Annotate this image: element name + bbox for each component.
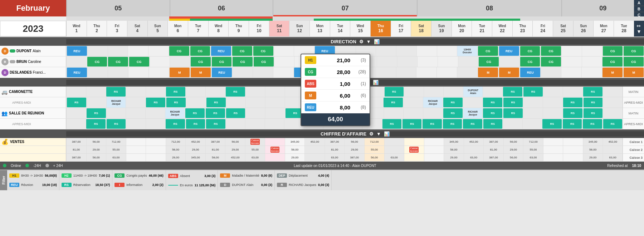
ca-cell[interactable]: 56,00 — [344, 138, 364, 146]
ca-cell[interactable]: 56,00 — [503, 154, 523, 161]
ca-cell[interactable]: 55,00 — [523, 146, 543, 153]
grid-cell[interactable] — [377, 56, 397, 67]
mat-cell[interactable]: RS — [106, 119, 126, 129]
grid-cell[interactable] — [274, 56, 294, 67]
grid-cell[interactable]: CG — [108, 57, 128, 67]
mat-cell[interactable] — [522, 119, 542, 129]
ca-cell[interactable]: 452,00 — [464, 138, 484, 146]
grid-cell[interactable]: M — [169, 68, 190, 77]
mat-cell[interactable]: RS — [186, 119, 205, 129]
grid-cell[interactable]: CG — [190, 46, 210, 56]
ca-cell[interactable]: 56,00 — [225, 138, 245, 146]
grid-cell[interactable]: CG — [232, 46, 252, 56]
mat-cell[interactable] — [424, 87, 443, 97]
grid-cell[interactable] — [273, 67, 293, 78]
grid-cell[interactable]: M — [623, 68, 644, 77]
corner-btn-b[interactable]: B — [634, 6, 644, 12]
mat-cell[interactable] — [126, 87, 146, 97]
mat-cell[interactable] — [245, 87, 265, 97]
ca-cell[interactable] — [543, 138, 563, 146]
ca-cell[interactable] — [126, 138, 146, 146]
ca-cell[interactable]: Caissefermée — [404, 146, 424, 153]
ca-cell[interactable]: 345,00 — [444, 138, 464, 146]
mat-cell[interactable] — [245, 97, 265, 108]
ca-cell[interactable]: 29,00 — [185, 146, 205, 153]
mat-cell[interactable]: RS — [523, 87, 543, 97]
ca-cell[interactable]: 29,00 — [166, 154, 186, 161]
ca-cell[interactable]: 387,00 — [205, 138, 225, 146]
ca-cell[interactable]: Caissefermée — [265, 146, 285, 153]
grid-cell[interactable] — [396, 46, 416, 56]
ca-cell[interactable]: 56,00 — [86, 154, 106, 161]
mat-cell[interactable]: RS — [185, 108, 205, 118]
grid-cell[interactable] — [581, 67, 602, 78]
ca-cell[interactable]: 81,00 — [483, 146, 503, 153]
ca-cell[interactable]: 81,00 — [325, 146, 345, 153]
mat-cell[interactable] — [443, 87, 463, 97]
grid-cell[interactable] — [376, 46, 396, 56]
mat-cell[interactable]: RS — [542, 119, 561, 129]
mat-cell[interactable] — [66, 108, 86, 118]
grid-cell[interactable] — [232, 67, 253, 78]
mat-cell[interactable] — [126, 108, 145, 118]
ca-cell[interactable]: 63,00 — [106, 154, 126, 161]
mat-cell[interactable]: RS — [384, 87, 404, 97]
ca-cell[interactable] — [265, 138, 285, 146]
mat-cell[interactable]: RS — [86, 108, 106, 118]
mat-cell[interactable] — [523, 97, 543, 108]
ca-cell[interactable]: 58,00 — [444, 146, 464, 153]
grid-cell[interactable]: CG — [253, 46, 273, 56]
ca-cell[interactable] — [464, 146, 484, 153]
grid-cell[interactable] — [416, 46, 437, 56]
mat-cell[interactable]: RS — [402, 119, 421, 129]
ca-cell[interactable]: 55,00 — [106, 146, 126, 153]
ca-cell[interactable]: 712,00 — [106, 138, 126, 146]
ca-cell[interactable] — [146, 146, 166, 153]
grid-cell[interactable]: CG — [478, 46, 498, 56]
mat-cell[interactable] — [265, 119, 284, 129]
mat-cell[interactable] — [603, 97, 623, 108]
ca-cell[interactable]: 452,00 — [304, 138, 325, 146]
mat-cell[interactable] — [245, 119, 264, 129]
grid-cell[interactable] — [376, 67, 396, 78]
ca-cell[interactable]: 29,00 — [86, 146, 106, 153]
grid-cell[interactable]: CG — [190, 57, 211, 67]
grid-cell[interactable] — [561, 56, 582, 67]
grid-cell[interactable] — [417, 56, 438, 67]
ca-cell[interactable]: 387,00 — [483, 154, 503, 161]
ca-cell[interactable]: 55,00 — [245, 146, 265, 153]
mat-cell[interactable] — [403, 97, 423, 108]
ca-cell[interactable] — [404, 138, 424, 146]
mat-cell[interactable] — [106, 108, 126, 118]
grid-cell[interactable] — [582, 46, 602, 56]
mat-cell[interactable]: RS — [583, 98, 603, 107]
ca-cell[interactable] — [265, 154, 285, 161]
grid-cell[interactable]: REU — [67, 46, 87, 56]
ca-cell[interactable]: 56,00 — [503, 138, 523, 146]
grid-cell[interactable]: 13H00Dossier — [457, 46, 477, 56]
grid-cell[interactable] — [108, 67, 128, 78]
grid-cell[interactable]: REU — [520, 68, 540, 77]
grid-cell[interactable]: CG — [602, 57, 623, 67]
grid-cell[interactable] — [87, 46, 108, 56]
mat-cell[interactable]: RS — [226, 108, 245, 118]
grid-cell[interactable] — [148, 67, 169, 78]
grid-cell[interactable] — [582, 56, 602, 67]
ca-cell[interactable] — [384, 138, 404, 146]
ca-cell[interactable]: 63,00 — [384, 154, 404, 161]
mat-cell[interactable] — [186, 97, 206, 108]
mat-cell[interactable] — [146, 87, 165, 97]
grid-cell[interactable] — [396, 67, 416, 78]
mat-cell[interactable]: RS — [483, 108, 502, 118]
mat-cell[interactable] — [403, 108, 423, 118]
mat-cell[interactable]: RS — [463, 119, 482, 129]
ca-cell[interactable]: 55,00 — [364, 146, 384, 153]
ca-cell[interactable]: 712,00 — [523, 138, 543, 146]
mat-cell[interactable] — [265, 108, 285, 118]
ca-cell[interactable] — [563, 146, 583, 153]
grid-cell[interactable]: CG — [623, 46, 644, 56]
ca-cell[interactable]: 56,00 — [364, 154, 384, 161]
ca-cell[interactable]: 452,00 — [225, 154, 245, 161]
ca-cell[interactable] — [404, 154, 424, 161]
grid-cell[interactable]: CG — [232, 57, 253, 67]
